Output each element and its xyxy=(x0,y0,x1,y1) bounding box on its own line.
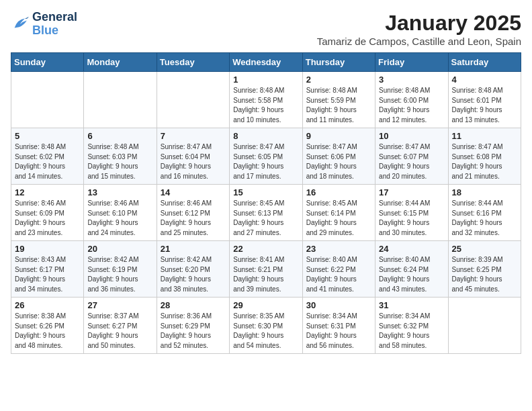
day-number: 31 xyxy=(379,300,444,310)
logo: General Blue xyxy=(11,11,77,38)
calendar-table: SundayMondayTuesdayWednesdayThursdayFrid… xyxy=(11,52,521,354)
calendar-cell: 15Sunrise: 8:45 AM Sunset: 6:13 PM Dayli… xyxy=(230,185,302,241)
calendar-cell xyxy=(448,298,521,354)
title-block: January 2025 Tamariz de Campos, Castille… xyxy=(317,11,521,47)
day-info: Sunrise: 8:35 AM Sunset: 6:30 PM Dayligh… xyxy=(233,312,298,351)
calendar-body: 1Sunrise: 8:48 AM Sunset: 5:58 PM Daylig… xyxy=(11,72,521,354)
day-number: 17 xyxy=(379,187,444,197)
day-number: 7 xyxy=(161,131,226,141)
day-number: 24 xyxy=(379,244,444,254)
calendar-cell: 28Sunrise: 8:36 AM Sunset: 6:29 PM Dayli… xyxy=(157,298,229,354)
day-info: Sunrise: 8:47 AM Sunset: 6:08 PM Dayligh… xyxy=(452,142,517,181)
calendar-cell: 7Sunrise: 8:47 AM Sunset: 6:04 PM Daylig… xyxy=(157,128,229,185)
day-info: Sunrise: 8:47 AM Sunset: 6:06 PM Dayligh… xyxy=(306,142,371,181)
calendar-cell: 27Sunrise: 8:37 AM Sunset: 6:27 PM Dayli… xyxy=(84,298,157,354)
calendar-cell: 31Sunrise: 8:34 AM Sunset: 6:32 PM Dayli… xyxy=(375,298,448,354)
day-number: 26 xyxy=(15,300,80,310)
day-info: Sunrise: 8:48 AM Sunset: 5:59 PM Dayligh… xyxy=(306,86,371,125)
calendar-cell: 2Sunrise: 8:48 AM Sunset: 5:59 PM Daylig… xyxy=(302,72,375,128)
day-number: 22 xyxy=(233,244,298,254)
day-number: 25 xyxy=(452,244,517,254)
weekday-header-thursday: Thursday xyxy=(302,53,375,72)
weekday-header-monday: Monday xyxy=(84,53,157,72)
day-number: 1 xyxy=(233,75,298,85)
day-number: 9 xyxy=(306,131,371,141)
day-number: 28 xyxy=(161,300,226,310)
day-info: Sunrise: 8:45 AM Sunset: 6:13 PM Dayligh… xyxy=(233,199,298,238)
day-info: Sunrise: 8:48 AM Sunset: 6:00 PM Dayligh… xyxy=(379,86,444,125)
day-info: Sunrise: 8:47 AM Sunset: 6:05 PM Dayligh… xyxy=(233,142,298,181)
day-number: 21 xyxy=(161,244,226,254)
calendar-cell: 3Sunrise: 8:48 AM Sunset: 6:00 PM Daylig… xyxy=(375,72,448,128)
day-info: Sunrise: 8:48 AM Sunset: 5:58 PM Dayligh… xyxy=(233,86,298,125)
weekday-header-friday: Friday xyxy=(375,53,448,72)
calendar-week-row: 5Sunrise: 8:48 AM Sunset: 6:02 PM Daylig… xyxy=(11,128,521,185)
day-info: Sunrise: 8:46 AM Sunset: 6:09 PM Dayligh… xyxy=(15,199,80,238)
day-info: Sunrise: 8:43 AM Sunset: 6:17 PM Dayligh… xyxy=(15,255,80,294)
calendar-cell: 13Sunrise: 8:46 AM Sunset: 6:10 PM Dayli… xyxy=(84,185,157,241)
calendar-cell: 25Sunrise: 8:39 AM Sunset: 6:25 PM Dayli… xyxy=(448,241,521,298)
calendar-header-row: SundayMondayTuesdayWednesdayThursdayFrid… xyxy=(11,53,521,72)
day-number: 11 xyxy=(452,131,517,141)
calendar-cell: 9Sunrise: 8:47 AM Sunset: 6:06 PM Daylig… xyxy=(302,128,375,185)
day-info: Sunrise: 8:47 AM Sunset: 6:04 PM Dayligh… xyxy=(161,142,226,181)
day-number: 6 xyxy=(87,131,152,141)
day-info: Sunrise: 8:44 AM Sunset: 6:15 PM Dayligh… xyxy=(379,199,444,238)
calendar-cell: 24Sunrise: 8:40 AM Sunset: 6:24 PM Dayli… xyxy=(375,241,448,298)
calendar-cell: 12Sunrise: 8:46 AM Sunset: 6:09 PM Dayli… xyxy=(11,185,84,241)
day-info: Sunrise: 8:40 AM Sunset: 6:22 PM Dayligh… xyxy=(306,255,371,294)
calendar-cell: 19Sunrise: 8:43 AM Sunset: 6:17 PM Dayli… xyxy=(11,241,84,298)
day-info: Sunrise: 8:42 AM Sunset: 6:20 PM Dayligh… xyxy=(161,255,226,294)
day-info: Sunrise: 8:36 AM Sunset: 6:29 PM Dayligh… xyxy=(161,312,226,351)
day-info: Sunrise: 8:38 AM Sunset: 6:26 PM Dayligh… xyxy=(15,312,80,351)
day-info: Sunrise: 8:48 AM Sunset: 6:03 PM Dayligh… xyxy=(87,142,152,181)
day-info: Sunrise: 8:34 AM Sunset: 6:32 PM Dayligh… xyxy=(379,312,444,351)
location-subtitle: Tamariz de Campos, Castille and Leon, Sp… xyxy=(317,36,521,47)
month-year-title: January 2025 xyxy=(317,11,521,36)
calendar-cell: 23Sunrise: 8:40 AM Sunset: 6:22 PM Dayli… xyxy=(302,241,375,298)
day-info: Sunrise: 8:37 AM Sunset: 6:27 PM Dayligh… xyxy=(87,312,152,351)
day-number: 10 xyxy=(379,131,444,141)
day-info: Sunrise: 8:48 AM Sunset: 6:01 PM Dayligh… xyxy=(452,86,517,125)
calendar-cell: 26Sunrise: 8:38 AM Sunset: 6:26 PM Dayli… xyxy=(11,298,84,354)
day-number: 2 xyxy=(306,75,371,85)
day-number: 15 xyxy=(233,187,298,197)
day-info: Sunrise: 8:45 AM Sunset: 6:14 PM Dayligh… xyxy=(306,199,371,238)
day-number: 29 xyxy=(233,300,298,310)
logo-icon xyxy=(11,15,30,34)
day-number: 12 xyxy=(15,187,80,197)
day-info: Sunrise: 8:40 AM Sunset: 6:24 PM Dayligh… xyxy=(379,255,444,294)
calendar-week-row: 12Sunrise: 8:46 AM Sunset: 6:09 PM Dayli… xyxy=(11,185,521,241)
day-info: Sunrise: 8:46 AM Sunset: 6:10 PM Dayligh… xyxy=(87,199,152,238)
day-info: Sunrise: 8:39 AM Sunset: 6:25 PM Dayligh… xyxy=(452,255,517,294)
day-info: Sunrise: 8:42 AM Sunset: 6:19 PM Dayligh… xyxy=(87,255,152,294)
calendar-week-row: 26Sunrise: 8:38 AM Sunset: 6:26 PM Dayli… xyxy=(11,298,521,354)
day-number: 20 xyxy=(87,244,152,254)
weekday-header-wednesday: Wednesday xyxy=(230,53,302,72)
day-number: 19 xyxy=(15,244,80,254)
day-info: Sunrise: 8:34 AM Sunset: 6:31 PM Dayligh… xyxy=(306,312,371,351)
calendar-cell xyxy=(11,72,84,128)
calendar-cell: 11Sunrise: 8:47 AM Sunset: 6:08 PM Dayli… xyxy=(448,128,521,185)
calendar-cell: 29Sunrise: 8:35 AM Sunset: 6:30 PM Dayli… xyxy=(230,298,302,354)
weekday-header-saturday: Saturday xyxy=(448,53,521,72)
weekday-header-tuesday: Tuesday xyxy=(157,53,229,72)
calendar-cell: 18Sunrise: 8:44 AM Sunset: 6:16 PM Dayli… xyxy=(448,185,521,241)
logo-text: General Blue xyxy=(32,11,77,38)
day-number: 4 xyxy=(452,75,517,85)
calendar-cell xyxy=(157,72,229,128)
calendar-cell: 5Sunrise: 8:48 AM Sunset: 6:02 PM Daylig… xyxy=(11,128,84,185)
calendar-week-row: 1Sunrise: 8:48 AM Sunset: 5:58 PM Daylig… xyxy=(11,72,521,128)
calendar-cell: 17Sunrise: 8:44 AM Sunset: 6:15 PM Dayli… xyxy=(375,185,448,241)
calendar-cell: 10Sunrise: 8:47 AM Sunset: 6:07 PM Dayli… xyxy=(375,128,448,185)
day-number: 3 xyxy=(379,75,444,85)
calendar-cell: 16Sunrise: 8:45 AM Sunset: 6:14 PM Dayli… xyxy=(302,185,375,241)
day-number: 13 xyxy=(87,187,152,197)
weekday-header-sunday: Sunday xyxy=(11,53,84,72)
day-number: 23 xyxy=(306,244,371,254)
calendar-cell: 14Sunrise: 8:46 AM Sunset: 6:12 PM Dayli… xyxy=(157,185,229,241)
calendar-cell: 4Sunrise: 8:48 AM Sunset: 6:01 PM Daylig… xyxy=(448,72,521,128)
day-info: Sunrise: 8:48 AM Sunset: 6:02 PM Dayligh… xyxy=(15,142,80,181)
day-number: 16 xyxy=(306,187,371,197)
calendar-cell: 6Sunrise: 8:48 AM Sunset: 6:03 PM Daylig… xyxy=(84,128,157,185)
